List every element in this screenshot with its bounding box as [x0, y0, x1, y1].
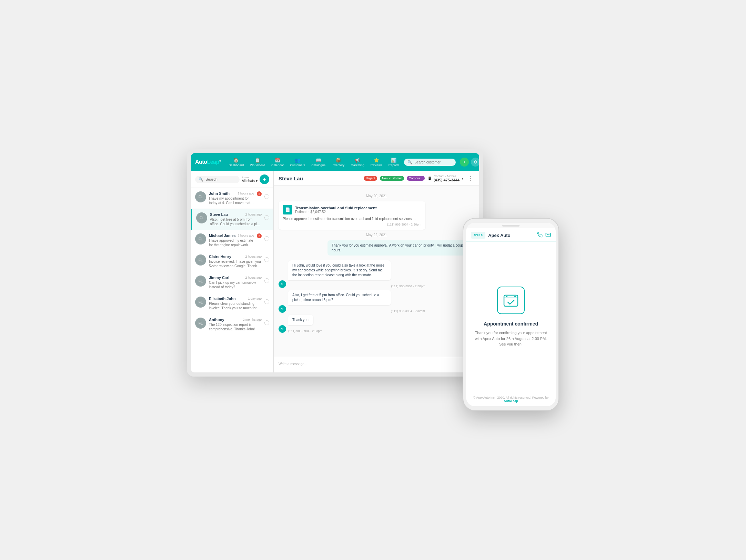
- chat-header-contact: 📱 Contact - Mobile (435) 475-3444 ▾: [427, 174, 463, 182]
- avatar: FL: [195, 233, 206, 244]
- phone-body: Thank you for confirming your appointmen…: [473, 330, 549, 347]
- chat-item-jimmy-carl[interactable]: FL Jimmy Carl 2 hours ago Can I pick-up …: [191, 272, 273, 293]
- nav-item-marketing[interactable]: 📢 Marketing: [348, 156, 367, 168]
- chat-item-claire-henry[interactable]: FL Claire Henry 2 hours ago Invoice rece…: [191, 251, 273, 272]
- compose-button[interactable]: +: [260, 174, 269, 184]
- chat-name-row: Steve Lau 2 hours ago: [210, 212, 262, 217]
- chat-checkbox[interactable]: [264, 299, 269, 304]
- phone-brand-logo: APEX AUTO: [471, 232, 485, 239]
- nav-label-customers: Customers: [290, 163, 305, 167]
- phone-header: APEX AUTO Apex Auto: [466, 228, 556, 241]
- chat-time: 2 hours ago: [238, 192, 254, 195]
- reports-icon: 📊: [391, 158, 396, 163]
- chat-checkbox[interactable]: [264, 278, 269, 283]
- chat-input-area: Write a message...: [274, 357, 479, 372]
- footer-link[interactable]: AutoLeap: [504, 399, 518, 403]
- chat-name: John Smith: [209, 191, 230, 196]
- small-avatar: SL: [279, 325, 286, 333]
- chat-info: Michael James 2 hours ago I have approve…: [209, 233, 254, 247]
- nav-item-dashboard[interactable]: 🏠 Dashboard: [226, 156, 246, 168]
- chat-name: Jimmy Carl: [209, 276, 229, 280]
- chat-list-panel: 🔍 Show All chats ▾ +: [191, 171, 274, 372]
- customers-icon: 👥: [295, 158, 300, 163]
- chat-item-elizabeth-john[interactable]: FL Elizabeth John 1 day ago Please clear…: [191, 293, 273, 314]
- date-divider-2: May 22, 2021: [279, 233, 474, 237]
- document-icon: 📄: [283, 205, 292, 214]
- chat-name-row: Claire Henry 2 hours ago: [209, 254, 262, 259]
- chat-items: FL John Smith 2 hours ago I have my appo…: [191, 188, 273, 372]
- chat-filter-dropdown[interactable]: Show All chats ▾: [242, 176, 258, 183]
- add-button[interactable]: +: [460, 158, 469, 167]
- phone-email-icon[interactable]: [545, 232, 551, 239]
- chat-checkbox[interactable]: [264, 215, 269, 220]
- nav-item-calendar[interactable]: 📅 Calendar: [269, 156, 287, 168]
- chat-name-row: Elizabeth John 1 day ago: [209, 297, 262, 301]
- chat-list-header: 🔍 Show All chats ▾ +: [191, 171, 273, 188]
- chat-search-box[interactable]: 🔍: [195, 176, 240, 183]
- chat-name: Claire Henry: [209, 254, 231, 259]
- compose-icon: +: [263, 177, 266, 182]
- app-content: 🔍 Show All chats ▾ +: [191, 171, 479, 372]
- nav-item-catalogue[interactable]: 📖 Catalogue: [309, 156, 328, 168]
- svg-point-4: [506, 296, 507, 297]
- chat-item-steve-lau[interactable]: FL Steve Lau 2 hours ago Also, I get fre…: [191, 209, 273, 230]
- chat-checkbox[interactable]: [264, 194, 269, 199]
- chat-item-john-smith[interactable]: FL John Smith 2 hours ago I have my appo…: [191, 188, 273, 209]
- message-time: (111) 903-3904 · 2:30pm: [288, 284, 425, 288]
- app-logo[interactable]: AutoLeap®: [195, 159, 221, 165]
- nav-search-box[interactable]: 🔍: [404, 159, 456, 166]
- chat-info: Anthony 2 months ago The 120 inspection …: [209, 318, 262, 331]
- phone: APEX AUTO Apex Auto: [463, 218, 559, 411]
- chat-preview: Please clear your outstanding invoice. T…: [209, 301, 262, 310]
- chat-checkbox[interactable]: [264, 236, 269, 241]
- chat-preview: Can I pick-up my car tomorrow instead of…: [209, 280, 262, 289]
- chat-item-michael-james[interactable]: FL Michael James 2 hours ago I have appr…: [191, 230, 273, 251]
- chat-item-anthony[interactable]: FL Anthony 2 months ago The 120 inspecti…: [191, 314, 273, 335]
- chat-time: 2 hours ago: [238, 234, 254, 237]
- chat-info: John Smith 2 hours ago I have my appoint…: [209, 191, 254, 205]
- phone-footer: © ApexAuto Inc., 2020. All rights reserv…: [466, 392, 556, 406]
- chat-info: Elizabeth John 1 day ago Please clear yo…: [209, 297, 262, 310]
- tag-urgent: Urgent: [364, 176, 377, 181]
- estimate-subtitle: Estimate: $2,047.52: [295, 210, 377, 214]
- avatar: FL: [196, 212, 207, 223]
- nav-items: 🏠 Dashboard 📋 Workboard 📅 Calendar 👥 Cus…: [226, 156, 402, 168]
- avatar: FL: [195, 254, 206, 266]
- svg-rect-2: [504, 295, 518, 306]
- nav-item-reports[interactable]: 📊 Reports: [386, 156, 402, 168]
- message-bubble: Thank you for you estimate approval. A w…: [327, 240, 474, 256]
- phone-notch-bar: [466, 223, 556, 228]
- laptop: AutoLeap® 🏠 Dashboard 📋 Workboard 📅 Cale…: [187, 149, 483, 377]
- chat-name-row: Jimmy Carl 2 hours ago: [209, 276, 262, 280]
- chat-time: 1 day ago: [248, 297, 262, 300]
- nav-item-reviews[interactable]: ⭐ Reviews: [368, 156, 385, 168]
- nav-label-inventory: Inventory: [332, 163, 344, 167]
- chat-search-input[interactable]: [205, 177, 233, 181]
- chat-info: Steve Lau 2 hours ago Also, I get free a…: [210, 212, 262, 226]
- more-options-button[interactable]: ⋮: [466, 175, 474, 182]
- nav-label-workboard: Workboard: [250, 163, 265, 167]
- estimate-title: Transmission overhaul and fluid replacem…: [295, 206, 377, 210]
- nav-label-dashboard: Dashboard: [229, 163, 244, 167]
- chat-info: Claire Henry 2 hours ago Invoice receive…: [209, 254, 262, 268]
- phone-call-icon[interactable]: [537, 232, 543, 239]
- settings-button[interactable]: ⚙: [471, 158, 479, 167]
- chat-header-name: Steve Lau: [279, 176, 361, 181]
- nav-label-marketing: Marketing: [351, 163, 364, 167]
- avatar: FL: [195, 297, 206, 308]
- contact-type: Contact - Mobile: [434, 174, 460, 178]
- search-input[interactable]: [414, 160, 452, 164]
- nav-item-inventory[interactable]: 📦 Inventory: [329, 156, 347, 168]
- nav-item-workboard[interactable]: 📋 Workboard: [247, 156, 268, 168]
- search-icon: 🔍: [407, 160, 412, 164]
- message-input[interactable]: Write a message...: [279, 361, 474, 369]
- nav-label-catalogue: Catalogue: [311, 163, 325, 167]
- chevron-down-icon[interactable]: ▾: [462, 177, 463, 180]
- avatar: FL: [195, 276, 206, 287]
- nav-item-customers[interactable]: 👥 Customers: [288, 156, 308, 168]
- gear-icon: ⚙: [474, 160, 477, 164]
- chat-checkbox[interactable]: [264, 257, 269, 262]
- catalogue-icon: 📖: [316, 158, 321, 163]
- message-row-incoming-3: SL Thank you. (111) 903-3904 · 2:33pm: [279, 315, 474, 333]
- chat-checkbox[interactable]: [264, 320, 269, 325]
